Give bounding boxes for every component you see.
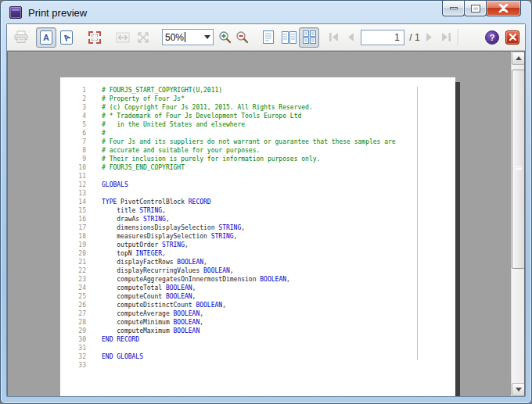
line-text: END RECORD (102, 335, 139, 344)
scrollbar-thumb[interactable] (512, 70, 525, 269)
line-number: 8 (60, 146, 86, 155)
last-page-button[interactable] (437, 27, 455, 48)
line-text: TYPE PivotControlBlock RECORD (102, 198, 211, 206)
line-text: computeMinimum BOOLEAN, (102, 318, 203, 327)
code-line: 12GLOBALS (60, 181, 455, 189)
line-number: 6 (60, 129, 86, 138)
window-title: Print preview (28, 7, 87, 19)
text-caret (185, 32, 185, 42)
line-number: 10 (60, 163, 86, 172)
line-number: 30 (60, 335, 86, 344)
zoom-in-icon (218, 30, 232, 44)
code-lines: 1# FOURJS_START_COPYRIGHT(U,2011)2# Prop… (60, 86, 455, 370)
preview-area: 1# FOURJS_START_COPYRIGHT(U,2011)2# Prop… (7, 51, 525, 396)
print-preview-window: Print preview (0, 0, 532, 404)
page-total-label: / 1 (407, 32, 420, 43)
two-page-icon (282, 31, 297, 44)
zoom-in-button[interactable] (216, 27, 233, 48)
line-text: # accurate and suitable for your purpose… (102, 146, 260, 155)
line-text: # FOURJS_END_COPYRIGHT (102, 163, 185, 172)
fit-width-icon (116, 32, 130, 43)
print-button[interactable] (11, 27, 31, 48)
line-number: 22 (60, 266, 86, 275)
line-number: 20 (60, 249, 86, 258)
scroll-up-icon (516, 56, 522, 60)
close-preview-button[interactable] (505, 30, 519, 45)
portrait-label: A (43, 33, 49, 42)
first-page-button[interactable] (325, 27, 343, 48)
line-number: 28 (60, 318, 86, 327)
single-page-icon (263, 30, 274, 44)
printer-icon (14, 30, 28, 44)
line-text: END GLOBALS (102, 352, 143, 361)
line-text: # in the United States and elsewhere (102, 120, 245, 129)
portrait-orientation-button[interactable]: A (36, 27, 56, 48)
code-line: 24 computeTotal BOOLEAN, (60, 284, 455, 292)
line-text: title STRING, (102, 206, 166, 215)
line-number: 24 (60, 284, 86, 292)
line-number: 32 (60, 352, 86, 361)
next-page-icon (426, 32, 433, 42)
code-line: 33 (60, 361, 455, 370)
code-line: 4# * Trademark of Four Js Development To… (60, 112, 455, 120)
zoom-out-button[interactable] (233, 27, 250, 48)
vertical-scrollbar[interactable] (511, 52, 524, 396)
page-number-input[interactable] (361, 30, 404, 45)
previous-page-icon (347, 32, 354, 42)
single-page-view-button[interactable] (258, 27, 279, 48)
code-line: 16 drawAs STRING, (60, 215, 455, 223)
scroll-up-button[interactable] (512, 52, 525, 65)
help-button[interactable]: ? (485, 30, 499, 45)
titlebar[interactable]: Print preview (1, 1, 531, 24)
line-text: computeAggregatesOnInnermostDimension BO… (102, 275, 290, 284)
previous-page-button[interactable] (343, 27, 358, 48)
line-number: 2 (60, 95, 86, 103)
code-line: 15 title STRING, (60, 206, 455, 215)
line-number: 19 (60, 241, 86, 249)
code-line: 28 computeMinimum BOOLEAN, (60, 318, 455, 327)
maximize-button[interactable] (464, 1, 487, 16)
minimize-button[interactable] (442, 1, 465, 16)
app-icon (9, 6, 22, 19)
window-controls (443, 1, 521, 16)
code-line: 8# accurate and suitable for your purpos… (60, 146, 455, 155)
code-line: 21 displayFactRows BOOLEAN, (60, 258, 455, 266)
zoom-combobox[interactable]: 50% (162, 29, 214, 45)
four-page-view-button[interactable] (299, 27, 319, 48)
code-line: 20 topN INTEGER, (60, 249, 455, 258)
line-number: 1 (60, 86, 86, 95)
code-line: 18 measuresDisplaySelection STRING, (60, 232, 455, 241)
line-number: 9 (60, 155, 86, 163)
window-content: A A 50% (7, 24, 525, 396)
fit-page-icon (137, 31, 149, 44)
fit-width-button[interactable] (113, 27, 133, 48)
close-window-button[interactable] (486, 1, 521, 16)
code-line: 13 (60, 189, 455, 198)
line-text: topN INTEGER, (102, 249, 166, 258)
line-text: # FOURJS_START_COPYRIGHT(U,2011) (102, 86, 222, 95)
line-number: 12 (60, 181, 86, 189)
toolbar-separator (458, 29, 458, 46)
line-text: # (c) Copyright Four Js 2011, 2015. All … (102, 103, 313, 112)
line-text: computeDistinctCount BOOLEAN, (102, 301, 226, 309)
code-line: 1# FOURJS_START_COPYRIGHT(U,2011) (60, 86, 455, 95)
line-text: # * Trademark of Four Js Development Too… (102, 112, 301, 120)
line-number: 17 (60, 223, 86, 232)
line-text: displayRecurringValues BOOLEAN, (102, 266, 234, 275)
two-page-view-button[interactable] (279, 27, 299, 48)
zoom-value: 50% (165, 32, 184, 43)
line-text: computeMaximum BOOLEAN (102, 327, 200, 335)
portrait-page-icon: A (40, 30, 52, 45)
line-number: 33 (60, 361, 86, 370)
combo-dropdown-icon[interactable] (204, 35, 210, 39)
four-page-icon (303, 30, 316, 44)
next-page-button[interactable] (422, 27, 437, 48)
line-text: computeCount BOOLEAN, (102, 292, 196, 301)
margins-button[interactable] (84, 27, 105, 48)
landscape-orientation-button[interactable]: A (56, 27, 77, 48)
scroll-down-button[interactable] (512, 383, 525, 396)
line-number: 15 (60, 206, 86, 215)
fit-page-button[interactable] (133, 27, 153, 48)
line-text: computeAverage BOOLEAN, (102, 309, 203, 318)
code-line: 31 (60, 344, 455, 352)
